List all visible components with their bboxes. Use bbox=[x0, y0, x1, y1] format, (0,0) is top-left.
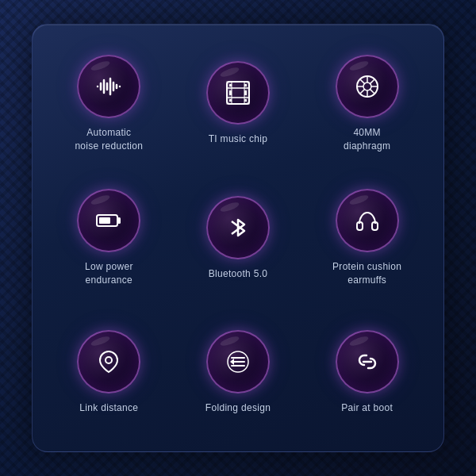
features-card: Automaticnoise reduction TI mu bbox=[32, 24, 444, 452]
svg-rect-16 bbox=[244, 84, 247, 86]
bluetooth-label: Bluetooth 5.0 bbox=[209, 267, 268, 281]
feature-diaphragm[interactable]: 40MMdiaphragm bbox=[306, 40, 428, 167]
earmuffs-icon-circle bbox=[336, 189, 399, 252]
svg-rect-31 bbox=[99, 217, 110, 224]
folding-label: Folding design bbox=[205, 401, 271, 415]
svg-rect-17 bbox=[244, 90, 247, 95]
film-icon bbox=[224, 79, 252, 107]
diaphragm-icon-circle bbox=[336, 55, 399, 118]
waveform-icon bbox=[94, 72, 123, 101]
link-distance-icon-circle bbox=[77, 330, 140, 393]
folding-icon-circle bbox=[206, 330, 270, 393]
low-power-icon-circle bbox=[77, 189, 140, 252]
feature-low-power[interactable]: Low powerendurance bbox=[48, 175, 170, 301]
feature-earmuffs[interactable]: Protein cushionearmuffs bbox=[306, 175, 428, 301]
auto-noise-icon-circle bbox=[77, 55, 140, 118]
svg-rect-30 bbox=[117, 217, 121, 224]
feature-link-distance[interactable]: Link distance bbox=[48, 309, 170, 436]
low-power-label: Low powerendurance bbox=[85, 260, 133, 287]
svg-line-27 bbox=[370, 79, 374, 84]
diaphragm-label: 40MMdiaphragm bbox=[344, 126, 390, 153]
earmuffs-label: Protein cushionearmuffs bbox=[332, 260, 401, 287]
svg-point-34 bbox=[106, 357, 112, 363]
headphone-icon bbox=[353, 206, 382, 235]
link-icon bbox=[353, 347, 382, 376]
fold-icon bbox=[224, 347, 252, 376]
auto-noise-label: Automaticnoise reduction bbox=[75, 126, 143, 153]
feature-pair-boot[interactable]: Pair at boot bbox=[306, 309, 428, 436]
svg-rect-13 bbox=[229, 84, 232, 86]
feature-bluetooth[interactable]: Bluetooth 5.0 bbox=[178, 175, 299, 301]
pair-boot-label: Pair at boot bbox=[341, 401, 393, 415]
svg-line-25 bbox=[360, 79, 365, 84]
ti-music-icon-circle bbox=[206, 61, 270, 125]
pair-boot-icon-circle bbox=[336, 330, 399, 393]
svg-line-28 bbox=[360, 89, 365, 94]
battery-icon bbox=[94, 206, 123, 235]
ti-music-label: TI music chip bbox=[209, 132, 268, 146]
svg-line-26 bbox=[370, 89, 374, 94]
location-icon bbox=[94, 347, 123, 376]
outer-background: Automaticnoise reduction TI mu bbox=[0, 0, 476, 476]
bluetooth-icon bbox=[224, 213, 252, 242]
bluetooth-icon-circle bbox=[206, 196, 270, 259]
feature-auto-noise[interactable]: Automaticnoise reduction bbox=[48, 40, 170, 167]
svg-rect-14 bbox=[229, 90, 232, 95]
feature-ti-music[interactable]: TI music chip bbox=[178, 40, 299, 167]
feature-folding[interactable]: Folding design bbox=[178, 309, 299, 436]
svg-rect-18 bbox=[244, 99, 247, 102]
aperture-icon bbox=[353, 72, 382, 101]
svg-marker-39 bbox=[230, 359, 234, 365]
svg-rect-15 bbox=[229, 99, 232, 102]
link-distance-label: Link distance bbox=[79, 401, 138, 415]
